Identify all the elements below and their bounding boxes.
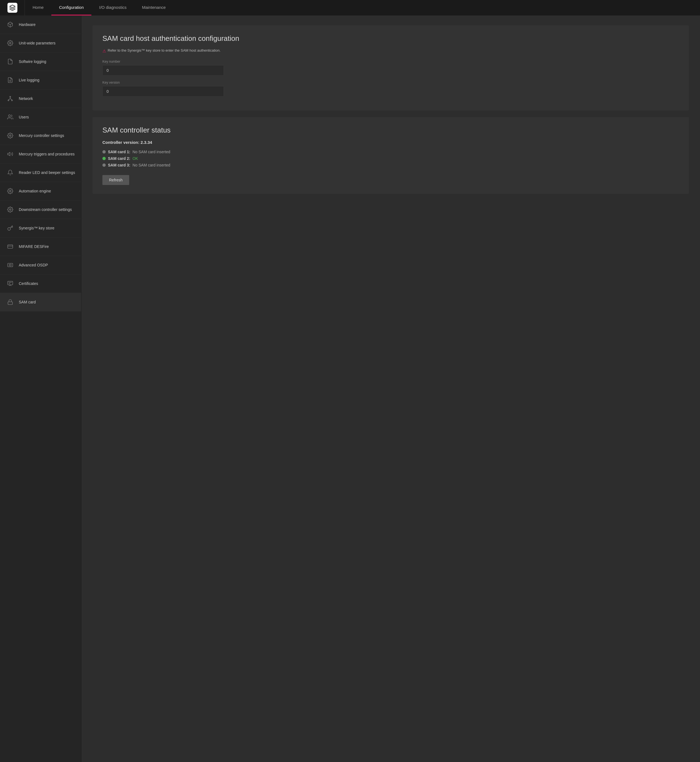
users-icon: [6, 113, 14, 121]
sidebar-label-automation-engine: Automation engine: [19, 189, 51, 194]
sam-card-3-label: SAM card 3:: [108, 163, 130, 167]
svg-rect-18: [9, 264, 11, 266]
sidebar-item-unit-wide-parameters[interactable]: Unit-wide parameters: [0, 34, 81, 52]
sidebar-item-advanced-osdp[interactable]: Advanced OSDP: [0, 256, 81, 274]
controller-version-label: Controller version:: [102, 140, 139, 145]
top-nav: Home Configuration I/O diagnostics Maint…: [0, 0, 700, 16]
auth-config-title: SAM card host authentication configurati…: [102, 34, 679, 43]
sidebar-item-mifare-desfire[interactable]: MIFARE DESFire: [0, 238, 81, 256]
sidebar-label-hardware: Hardware: [19, 22, 36, 27]
info-message-text: Refer to the Synergis™ key store to ente…: [108, 49, 220, 52]
svg-line-8: [9, 99, 10, 100]
sidebar-item-softwire-logging[interactable]: Softwire logging: [0, 52, 81, 71]
sidebar-item-mercury-controller-settings[interactable]: Mercury controller settings: [0, 127, 81, 145]
sidebar: Hardware Unit-wide parameters Softwire l…: [0, 16, 81, 762]
svg-point-13: [9, 190, 11, 192]
gear-icon-1: [6, 39, 14, 47]
svg-marker-12: [8, 152, 10, 156]
gear-icon-3: [6, 187, 14, 195]
sam-card-2-status: SAM card 2: OK: [102, 156, 679, 161]
auth-config-section: SAM card host authentication configurati…: [92, 25, 689, 110]
sidebar-label-sam-card: SAM card: [19, 300, 36, 305]
alarm-icon: [6, 168, 14, 177]
key-number-input[interactable]: [102, 65, 224, 76]
tab-maintenance[interactable]: Maintenance: [134, 0, 173, 16]
sidebar-label-users: Users: [19, 114, 29, 119]
sidebar-item-sam-card[interactable]: SAM card: [0, 293, 81, 311]
sam-card-1-value: No SAM card inserted: [133, 150, 170, 154]
cube-icon: [6, 20, 14, 29]
certificate-icon: [6, 279, 14, 288]
sam-card-3-value: No SAM card inserted: [133, 163, 170, 167]
svg-rect-19: [8, 281, 13, 285]
svg-rect-17: [8, 263, 13, 267]
svg-point-11: [9, 135, 11, 136]
key-version-label: Key version: [102, 81, 679, 84]
sam-card-3-dot: [102, 163, 106, 167]
sidebar-label-mifare-desfire: MIFARE DESFire: [19, 244, 49, 249]
sidebar-label-reader-led: Reader LED and beeper settings: [19, 170, 75, 175]
key-version-field-group: Key version: [102, 81, 679, 97]
sam-card-2-label: SAM card 2:: [108, 156, 130, 161]
controller-version: Controller version: 2.3.34: [102, 140, 679, 145]
card-icon: [6, 243, 14, 251]
sam-card-2-dot: [102, 157, 106, 160]
sam-card-1-label: SAM card 1:: [108, 150, 130, 154]
sidebar-item-users[interactable]: Users: [0, 108, 81, 127]
sidebar-label-mercury-controller-settings: Mercury controller settings: [19, 133, 64, 138]
sidebar-item-certificates[interactable]: Certificates: [0, 274, 81, 293]
tab-io-diagnostics[interactable]: I/O diagnostics: [91, 0, 134, 16]
svg-rect-15: [8, 245, 13, 249]
svg-point-5: [8, 100, 9, 101]
main-content: SAM card host authentication configurati…: [81, 16, 700, 762]
info-message: ⚠ Refer to the Synergis™ key store to en…: [102, 49, 679, 53]
sidebar-label-mercury-triggers: Mercury triggers and procedures: [19, 152, 75, 156]
gear-icon-2: [6, 131, 14, 140]
doc-icon: [6, 58, 14, 66]
sidebar-label-certificates: Certificates: [19, 281, 38, 286]
sidebar-item-downstream-controller[interactable]: Downstream controller settings: [0, 200, 81, 219]
sam-card-3-status: SAM card 3: No SAM card inserted: [102, 163, 679, 167]
sidebar-item-live-logging[interactable]: Live logging: [0, 71, 81, 89]
key-number-label: Key number: [102, 59, 679, 64]
controller-version-value: 2.3.34: [141, 140, 152, 145]
tab-configuration[interactable]: Configuration: [52, 0, 91, 16]
sam-status-section: SAM controller status Controller version…: [92, 117, 689, 194]
sam-card-1-dot: [102, 150, 106, 153]
app-logo: [8, 3, 17, 13]
sidebar-label-advanced-osdp: Advanced OSDP: [19, 263, 48, 268]
svg-rect-22: [8, 302, 13, 305]
main-layout: Hardware Unit-wide parameters Softwire l…: [0, 16, 700, 762]
tab-home[interactable]: Home: [25, 0, 52, 16]
sidebar-item-mercury-triggers[interactable]: Mercury triggers and procedures: [0, 145, 81, 163]
sidebar-label-downstream-controller: Downstream controller settings: [19, 207, 72, 212]
logo: [0, 0, 25, 16]
nav-tabs: Home Configuration I/O diagnostics Maint…: [25, 0, 173, 16]
sidebar-item-network[interactable]: Network: [0, 89, 81, 108]
svg-point-6: [12, 100, 13, 101]
sam-card-1-status: SAM card 1: No SAM card inserted: [102, 150, 679, 154]
sidebar-item-synergis-key-store[interactable]: Synergis™ key store: [0, 219, 81, 238]
sam-status-list: SAM card 1: No SAM card inserted SAM car…: [102, 150, 679, 167]
sidebar-label-unit-wide-parameters: Unit-wide parameters: [19, 41, 55, 45]
info-icon: ⚠: [102, 49, 106, 53]
sidebar-item-hardware[interactable]: Hardware: [0, 16, 81, 34]
sam-card-2-value: OK: [133, 156, 138, 161]
speaker-icon: [6, 150, 14, 158]
svg-point-10: [9, 115, 11, 117]
svg-line-9: [10, 99, 12, 100]
doc-lines-icon: [6, 76, 14, 84]
sidebar-label-synergis-key-store: Synergis™ key store: [19, 225, 55, 230]
network-icon: [6, 94, 14, 103]
gear-icon-4: [6, 205, 14, 214]
lock-icon: [6, 298, 14, 306]
refresh-button[interactable]: Refresh: [102, 175, 129, 185]
sidebar-label-live-logging: Live logging: [19, 78, 39, 83]
svg-point-4: [10, 96, 11, 97]
sidebar-label-softwire-logging: Softwire logging: [19, 59, 46, 64]
key-version-input[interactable]: [102, 86, 224, 97]
key-number-field-group: Key number: [102, 59, 679, 76]
sidebar-item-reader-led[interactable]: Reader LED and beeper settings: [0, 163, 81, 182]
sidebar-item-automation-engine[interactable]: Automation engine: [0, 182, 81, 200]
sidebar-label-network: Network: [19, 96, 33, 101]
